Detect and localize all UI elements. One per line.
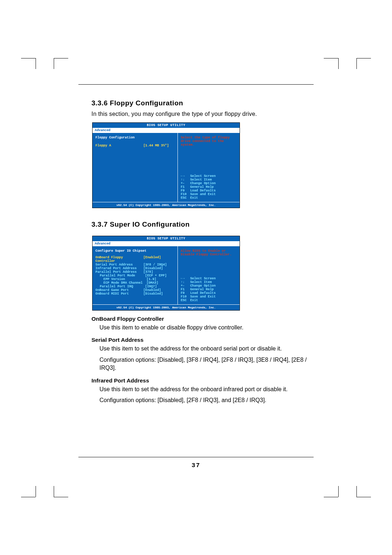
bios-option-value: [1.44 MB 3½"] [143, 144, 175, 147]
bios-tab-row: Advanced [93, 128, 240, 133]
floppy-intro: In this section, you may configure the t… [91, 111, 314, 117]
crop-mark [54, 486, 54, 497]
body-infrared-2: Configuration options: [Disabled], [2F8 … [99, 396, 314, 404]
bios-option-row: Parallel Port Mode[ECP + EPP] [95, 274, 175, 278]
bios-copyright: v02.54 (C) Copyright 1985-2003, American… [93, 202, 240, 208]
crop-mark [356, 497, 371, 497]
bios-option-row: ECP Mode DMA Channel[DMA3] [95, 281, 175, 285]
crop-mark [356, 58, 371, 58]
crop-mark [54, 497, 68, 497]
subhead-serial: Serial Port Address [91, 337, 314, 343]
manual-page: 3.3.6 Floppy Configuration In this secti… [0, 0, 392, 555]
bios-option-row: Serial Port Address[3F8 / IRQ4] [95, 263, 175, 267]
bios-tab-advanced: Advanced [95, 129, 110, 132]
crop-mark [21, 497, 36, 497]
bios-option-label: Floppy A [95, 144, 143, 147]
bios-screenshot-floppy: BIOS SETUP UTILITY Advanced Floppy Confi… [92, 122, 240, 208]
bios-nav-keys: ←→Select Screen ↑↓Select Item +-Change O… [181, 277, 237, 302]
bios-nav-keys: ←→Select Screen ↑↓Select Item +-Change O… [181, 174, 237, 200]
bios-body: Configure Super IO Chipset OnBoard Flopp… [93, 246, 240, 304]
crop-mark [324, 497, 338, 497]
bottom-rule [78, 457, 314, 457]
top-rule [78, 84, 314, 85]
bios-help-text: Allow BIOS to Enable or Disable Floppy C… [181, 249, 237, 256]
crop-mark [21, 58, 36, 58]
body-floppy-ctrl: Use this item to enable or disable flopp… [99, 324, 314, 332]
body-serial-1: Use this item to set the address for the… [99, 345, 314, 353]
bios-body: Floppy Configuration Floppy A [1.44 MB 3… [93, 133, 240, 202]
crop-mark [54, 58, 54, 69]
bios-screenshot-superio: BIOS SETUP UTILITY Advanced Configure Su… [92, 236, 240, 311]
bios-tab-row: Advanced [93, 241, 240, 246]
crop-mark [338, 58, 339, 69]
crop-mark [356, 486, 357, 497]
crop-mark [324, 58, 338, 58]
bios-title: BIOS SETUP UTILITY [93, 123, 240, 128]
bios-title: BIOS SETUP UTILITY [93, 236, 240, 241]
page-number: 37 [0, 462, 392, 469]
crop-mark [356, 58, 357, 69]
bios-left-panel: Floppy Configuration Floppy A [1.44 MB 3… [93, 133, 178, 202]
bios-option-row: OnBoard Floppy Controller[Enabled] [95, 256, 175, 263]
bios-copyright: v02.54 (C) Copyright 1985-2003, American… [93, 304, 240, 310]
subhead-infrared: Infrared Port Address [91, 377, 314, 384]
bios-right-panel: Select the type of floppy drive connecte… [178, 133, 240, 202]
bios-option-row: EPP Version[1.9] [95, 278, 175, 281]
body-serial-2: Configuration options: [Disabled], [3F8 … [99, 356, 314, 372]
crop-mark [36, 58, 36, 69]
bios-option-row: OnBoard MIDI Port[Disabled] [95, 292, 175, 296]
subhead-floppy-ctrl: OnBoard Floppy Controller [91, 316, 314, 322]
section-heading-floppy: 3.3.6 Floppy Configuration [91, 99, 314, 107]
body-infrared-1: Use this item to set the address for the… [99, 385, 314, 393]
bios-help-text: Select the type of floppy drive connecte… [181, 136, 237, 147]
bios-left-panel: Configure Super IO Chipset OnBoard Flopp… [93, 246, 178, 304]
bios-option-row: Parallel Port Address[378] [95, 270, 175, 274]
bios-panel-title: Configure Super IO Chipset [95, 249, 175, 253]
crop-mark [54, 58, 68, 58]
bios-option-row: Infrared Port Address[Disabled] [95, 267, 175, 270]
crop-mark [36, 486, 36, 497]
content-column: 3.3.6 Floppy Configuration In this secti… [78, 84, 314, 407]
crop-mark [338, 486, 339, 497]
bios-right-panel: Allow BIOS to Enable or Disable Floppy C… [178, 246, 240, 304]
bios-option-row: Parallel Port IRQ[IRQ7] [95, 285, 175, 288]
bios-option-row: Floppy A [1.44 MB 3½"] [95, 144, 175, 147]
section-heading-superio: 3.3.7 Super IO Configuration [91, 220, 314, 228]
bios-tab-advanced: Advanced [95, 242, 110, 246]
bios-option-row: OnBoard Game Port[Enabled] [95, 288, 175, 292]
bios-panel-title: Floppy Configuration [95, 136, 175, 139]
